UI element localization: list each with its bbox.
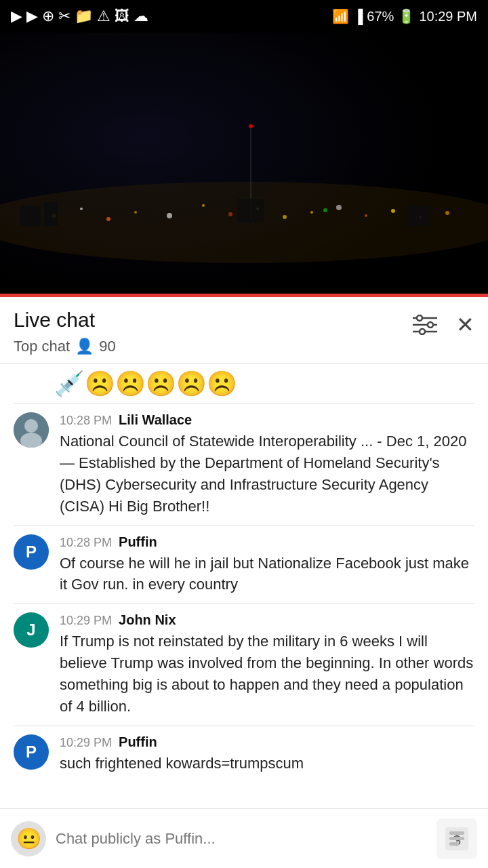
app-icon-7: 🖼 (115, 7, 129, 25)
avatar-initial: J (26, 620, 35, 639)
emoji-picker-button[interactable]: 😐 (11, 821, 46, 856)
message-text: such frightened kowards=trumpscum (60, 753, 474, 774)
app-icon-3: ⊕ (42, 7, 54, 25)
svg-rect-21 (44, 202, 58, 226)
message-meta: 10:28 PM Puffin (60, 534, 474, 550)
emoji-trigger-icon: 😐 (16, 827, 41, 850)
chat-header-right: ✕ (413, 308, 474, 338)
chat-header: Live chat Top chat 👤 90 ✕ (0, 297, 488, 364)
svg-point-17 (323, 208, 327, 212)
svg-point-3 (80, 208, 83, 210)
app-icon-1: ▶ (11, 7, 22, 25)
message-time: 10:28 PM (60, 536, 112, 550)
filter-button[interactable] (413, 315, 437, 335)
message-content: 10:28 PM Lili Wallace National Council o… (60, 412, 474, 517)
send-icon: $ (444, 826, 470, 852)
avatar: P (14, 734, 49, 770)
svg-point-8 (228, 212, 232, 216)
video-player[interactable] (0, 33, 488, 297)
emoji-content: 💉☹️☹️☹️☹️☹️ (54, 370, 237, 398)
signal-icon: ▐ (353, 9, 363, 24)
message-content: 10:28 PM Puffin Of course he will he in … (60, 534, 474, 596)
svg-point-10 (283, 215, 287, 219)
svg-point-4 (106, 217, 110, 221)
svg-point-5 (134, 211, 137, 214)
avatar: J (14, 612, 49, 648)
chat-title: Live chat (14, 308, 116, 332)
message-content: 10:29 PM Puffin such frightened kowards=… (60, 734, 474, 774)
app-icon-4: ✂ (58, 7, 70, 25)
viewer-count: 90 (99, 338, 115, 355)
sliders-icon (413, 315, 437, 335)
chat-subtitle: Top chat 👤 90 (14, 332, 116, 363)
svg-point-7 (202, 204, 205, 207)
svg-point-13 (365, 214, 367, 217)
message-time: 10:28 PM (60, 414, 112, 428)
svg-rect-36 (449, 837, 464, 840)
svg-rect-22 (237, 199, 264, 222)
svg-point-27 (428, 322, 433, 328)
lili-avatar-img (14, 412, 49, 448)
avatar: P (14, 534, 49, 570)
svg-point-29 (420, 329, 425, 334)
message-author: John Nix (119, 612, 176, 628)
message-row: P 10:28 PM Puffin Of course he will he i… (0, 526, 488, 604)
avatar-initial: P (26, 743, 37, 762)
message-content: 10:29 PM John Nix If Trump is not reinst… (60, 612, 474, 717)
avatar-initial: P (26, 542, 37, 561)
video-thumbnail (0, 33, 488, 297)
status-indicators: 📶 ▐ 67% 🔋 10:29 PM (332, 8, 477, 24)
battery-percent: 67% (367, 9, 394, 24)
svg-rect-20 (20, 205, 41, 226)
status-bar: ▶ ▶ ⊕ ✂ 📁 ⚠ 🖼 ☁ 📶 ▐ 67% 🔋 10:29 PM (0, 0, 488, 33)
svg-rect-23 (407, 205, 430, 226)
chat-input[interactable] (56, 821, 427, 856)
message-time: 10:29 PM (60, 614, 112, 628)
message-author: Lili Wallace (119, 412, 192, 428)
svg-rect-35 (449, 831, 464, 835)
message-time: 10:29 PM (60, 736, 112, 750)
message-text: Of course he will he in jail but Nationa… (60, 553, 474, 596)
message-text: If Trump is not reinstated by the milita… (60, 631, 474, 717)
svg-point-14 (391, 209, 395, 213)
svg-point-31 (24, 419, 38, 433)
svg-point-25 (417, 315, 422, 321)
status-icons: ▶ ▶ ⊕ ✂ 📁 ⚠ 🖼 ☁ (11, 7, 148, 25)
message-meta: 10:29 PM John Nix (60, 612, 474, 628)
battery-icon: 🔋 (398, 8, 415, 24)
message-author: Puffin (119, 534, 157, 550)
wifi-icon: 📶 (332, 8, 349, 24)
chat-messages: 💉☹️☹️☹️☹️☹️ 10:28 PM Lili Wallace Nation… (0, 364, 488, 788)
chat-header-left: Live chat Top chat 👤 90 (14, 308, 116, 363)
message-row: P 10:29 PM Puffin such frightened koward… (0, 726, 488, 783)
send-superchat-button[interactable]: $ (436, 818, 477, 859)
emoji-message-row: 💉☹️☹️☹️☹️☹️ (0, 364, 488, 403)
svg-rect-37 (449, 842, 459, 846)
svg-point-6 (167, 213, 172, 218)
message-row: J 10:29 PM John Nix If Trump is not rein… (0, 604, 488, 726)
app-icon-8: ☁ (134, 7, 148, 25)
svg-point-19 (249, 124, 253, 128)
top-chat-label[interactable]: Top chat (14, 338, 70, 355)
message-meta: 10:29 PM Puffin (60, 734, 474, 750)
message-author: Puffin (119, 734, 157, 750)
message-text: National Council of Statewide Interopera… (60, 431, 474, 517)
close-button[interactable]: ✕ (456, 312, 474, 338)
time-display: 10:29 PM (419, 9, 477, 24)
svg-point-16 (445, 211, 449, 215)
progress-bar[interactable] (0, 294, 488, 297)
message-meta: 10:28 PM Lili Wallace (60, 412, 474, 428)
svg-point-12 (336, 205, 342, 210)
app-icon-2: ▶ (26, 7, 38, 25)
app-icon-6: ⚠ (97, 7, 110, 25)
chat-input-bar: 😐 $ (0, 808, 488, 868)
app-icon-5: 📁 (75, 7, 93, 25)
avatar (14, 412, 49, 448)
svg-point-11 (310, 211, 313, 214)
people-icon: 👤 (75, 338, 94, 355)
message-row: 10:28 PM Lili Wallace National Council o… (0, 404, 488, 526)
